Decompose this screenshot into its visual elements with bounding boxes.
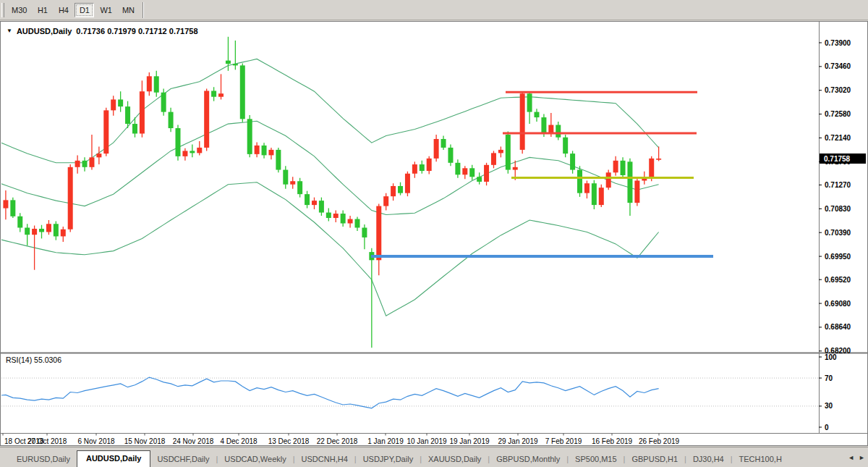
svg-text:10 Jan 2019: 10 Jan 2019: [407, 437, 446, 445]
svg-text:7 Feb 2019: 7 Feb 2019: [545, 437, 582, 445]
chart-frame: [1, 22, 867, 434]
rsi-panel[interactable]: RSI(14) 55.030610070300: [1, 353, 837, 432]
svg-text:0.72140: 0.72140: [825, 134, 851, 142]
rsi-line: [1, 377, 659, 408]
svg-text:27 Oct 2018: 27 Oct 2018: [27, 437, 67, 445]
svg-text:0: 0: [825, 424, 829, 432]
chart-tab-gbpusd[interactable]: GBPUSD,H1: [625, 452, 684, 467]
svg-text:0.69520: 0.69520: [825, 276, 851, 284]
svg-text:100: 100: [825, 353, 837, 361]
candlestick-series: [1, 37, 661, 348]
svg-text:0.72580: 0.72580: [825, 110, 851, 118]
chart-tabbar: EURUSD,DailyAUDUSD,DailyUSDCHF,Daily|USD…: [0, 447, 868, 467]
svg-text:29 Jan 2019: 29 Jan 2019: [498, 437, 537, 445]
svg-text:26 Feb 2019: 26 Feb 2019: [639, 437, 680, 445]
chart-tab-sp500[interactable]: SP500,M15: [569, 452, 623, 467]
timeframe-button-h1[interactable]: H1: [33, 3, 52, 17]
chart-dropdown-icon[interactable]: ▼: [7, 28, 12, 34]
chart-tab-eurusd[interactable]: EURUSD,Daily: [10, 452, 77, 467]
rsi-label: RSI(14) 55.0306: [6, 355, 61, 364]
tabbar-lead-space: [0, 451, 10, 467]
svg-text:30: 30: [825, 402, 833, 410]
chart-tab-tech100[interactable]: TECH100,H: [733, 452, 788, 467]
svg-text:24 Nov 2018: 24 Nov 2018: [173, 437, 214, 445]
current-price-badge: 0.71758: [820, 153, 866, 164]
chart-title: AUDUSD,Daily: [17, 27, 72, 35]
svg-text:70: 70: [825, 374, 833, 382]
timeframe-button-d1[interactable]: D1: [75, 3, 94, 17]
svg-text:0.73900: 0.73900: [825, 39, 851, 47]
timeframe-button-m30[interactable]: M30: [7, 3, 31, 17]
svg-text:16 Feb 2019: 16 Feb 2019: [592, 437, 633, 445]
svg-text:0.70830: 0.70830: [825, 205, 851, 213]
svg-text:1 Jan 2019: 1 Jan 2019: [367, 437, 404, 445]
toolbar-grip[interactable]: [1, 3, 4, 17]
tab-scroll-left-icon[interactable]: ◄: [848, 454, 854, 461]
chart-window: ▼ AUDUSD,Daily 0.71736 0.71979 0.71712 0…: [0, 21, 868, 446]
svg-text:0.69950: 0.69950: [825, 253, 851, 261]
chart-tab-usdjpy[interactable]: USDJPY,Daily: [357, 452, 420, 467]
horizontal-lines: [371, 92, 713, 256]
tab-scroll-right-icon[interactable]: ►: [859, 454, 865, 461]
chart-canvas[interactable]: 0.739000.734600.730200.725800.721400.717…: [1, 22, 867, 445]
svg-text:15 Nov 2018: 15 Nov 2018: [124, 437, 166, 445]
svg-text:13 Dec 2018: 13 Dec 2018: [268, 437, 310, 445]
svg-text:0.69080: 0.69080: [825, 300, 851, 308]
svg-text:0.73020: 0.73020: [825, 86, 851, 94]
timeframe-button-w1[interactable]: W1: [95, 3, 116, 17]
svg-text:0.70390: 0.70390: [825, 229, 851, 237]
timeframe-button-mn[interactable]: MN: [118, 3, 139, 17]
timeframe-button-h4[interactable]: H4: [54, 3, 73, 17]
chart-tab-dj30[interactable]: DJ30,H4: [686, 452, 731, 467]
chart-tab-xauusd[interactable]: XAUUSD,Daily: [422, 452, 488, 467]
price-axis[interactable]: 0.739000.734600.730200.725800.721400.717…: [819, 39, 851, 355]
svg-text:0.71270: 0.71270: [825, 181, 851, 189]
svg-text:0.73460: 0.73460: [825, 62, 851, 70]
chart-tab-audusd[interactable]: AUDUSD,Daily: [77, 450, 150, 467]
svg-text:0.71758: 0.71758: [824, 155, 851, 163]
chart-tab-usdcad[interactable]: USDCAD,Weekly: [218, 452, 292, 467]
chart-tab-usdchf[interactable]: USDCHF,Daily: [150, 452, 216, 467]
chart-header: ▼ AUDUSD,Daily 0.71736 0.71979 0.71712 0…: [7, 27, 198, 35]
time-axis[interactable]: 18 Oct 201827 Oct 20186 Nov 201815 Nov 2…: [3, 434, 680, 445]
svg-text:22 Dec 2018: 22 Dec 2018: [317, 437, 358, 445]
timeframe-toolbar: M30H1H4D1W1MN: [0, 0, 868, 20]
chart-tab-usdcnh[interactable]: USDCNH,H4: [295, 452, 354, 467]
svg-text:6 Nov 2018: 6 Nov 2018: [77, 437, 115, 445]
chart-ohlc-values: 0.71736 0.71979 0.71712 0.71758: [76, 27, 197, 35]
svg-text:4 Dec 2018: 4 Dec 2018: [220, 437, 258, 445]
main-plot-area[interactable]: [1, 37, 713, 348]
mt4-window: { "toolbar": { "buttons": [ { "label": "…: [0, 0, 868, 467]
toolbar-separator: [142, 2, 144, 18]
chart-tab-gbpusd[interactable]: GBPUSD,Monthly: [490, 452, 566, 467]
svg-text:0.68640: 0.68640: [825, 323, 851, 331]
bollinger-bands: [1, 59, 659, 316]
svg-text:19 Jan 2019: 19 Jan 2019: [449, 437, 489, 445]
